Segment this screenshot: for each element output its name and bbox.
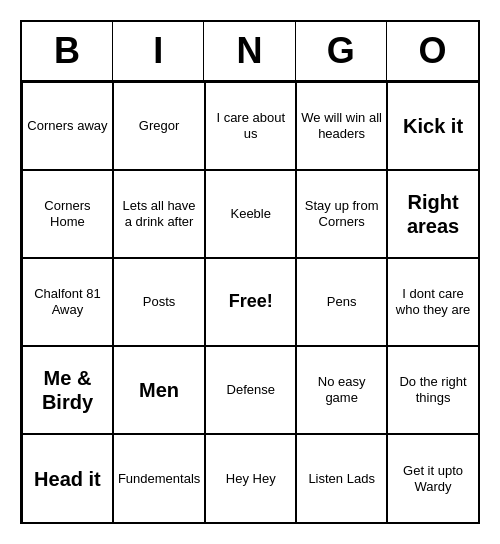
header-letter: G [296, 22, 387, 80]
bingo-cell: Defense [205, 346, 296, 434]
bingo-header: BINGO [22, 22, 478, 82]
bingo-cell: Lets all have a drink after [113, 170, 205, 258]
bingo-cell: Chalfont 81 Away [22, 258, 113, 346]
bingo-cell: Hey Hey [205, 434, 296, 522]
bingo-cell: Me & Birdy [22, 346, 113, 434]
bingo-cell: I dont care who they are [387, 258, 478, 346]
header-letter: N [204, 22, 295, 80]
bingo-cell: No easy game [296, 346, 387, 434]
bingo-cell: Keeble [205, 170, 296, 258]
bingo-cell: Get it upto Wardy [387, 434, 478, 522]
header-letter: B [22, 22, 113, 80]
bingo-cell: Pens [296, 258, 387, 346]
bingo-cell: Do the right things [387, 346, 478, 434]
header-letter: I [113, 22, 204, 80]
bingo-cell: Posts [113, 258, 205, 346]
bingo-cell: Men [113, 346, 205, 434]
bingo-cell: Corners away [22, 82, 113, 170]
bingo-grid: Corners awayGregorI care about usWe will… [22, 82, 478, 522]
bingo-cell: Kick it [387, 82, 478, 170]
bingo-cell: Corners Home [22, 170, 113, 258]
bingo-card: BINGO Corners awayGregorI care about usW… [20, 20, 480, 524]
bingo-cell: Stay up from Corners [296, 170, 387, 258]
bingo-cell: Listen Lads [296, 434, 387, 522]
bingo-cell: Gregor [113, 82, 205, 170]
bingo-cell: Head it [22, 434, 113, 522]
bingo-cell: I care about us [205, 82, 296, 170]
bingo-cell: We will win all headers [296, 82, 387, 170]
bingo-cell: Free! [205, 258, 296, 346]
bingo-cell: Right areas [387, 170, 478, 258]
header-letter: O [387, 22, 478, 80]
bingo-cell: Fundementals [113, 434, 205, 522]
